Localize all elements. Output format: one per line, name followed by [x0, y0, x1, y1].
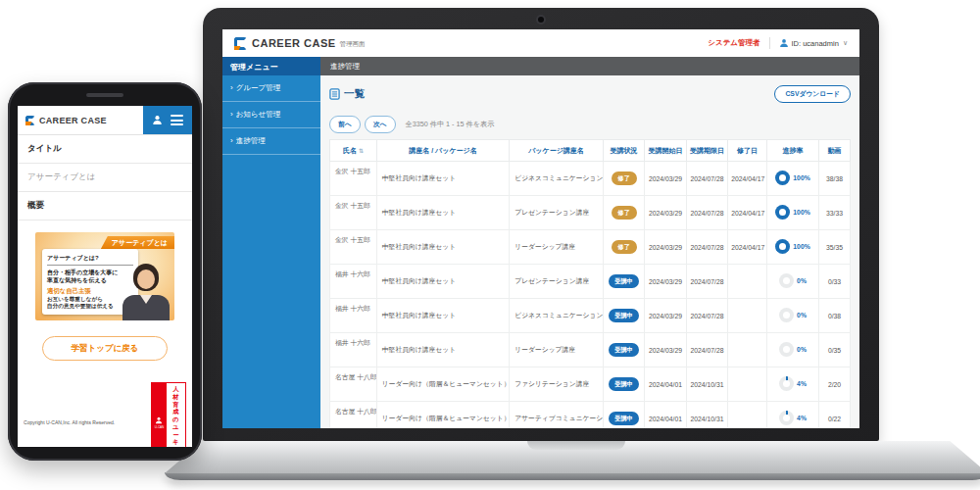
- progress-label: 0%: [797, 346, 807, 353]
- ucan-logo-text: 人材育成の ユーキャン: [167, 383, 185, 447]
- cell-finished-date: 2024/04/17: [728, 162, 767, 196]
- column-header[interactable]: 氏名⇅: [330, 140, 377, 162]
- sidebar: 管理メニュー ›グループ管理›お知らせ管理›進捗管理: [222, 57, 320, 428]
- progress-donut: [779, 308, 794, 322]
- account-icon[interactable]: [152, 115, 163, 125]
- cell-name: 名古屋 十八郎: [330, 368, 377, 402]
- progress-label: 100%: [793, 243, 809, 250]
- cell-name: 金沢 十五郎: [330, 230, 377, 265]
- cell-status: 受講中: [603, 402, 644, 429]
- user-id-label[interactable]: ID: ucanadmin: [792, 39, 839, 48]
- status-badge: 修了: [612, 240, 637, 254]
- laptop-base-edge: [165, 472, 980, 480]
- status-badge: 受講中: [609, 412, 639, 425]
- cell-package: リーダー向け（階層＆ヒューマンセット）: [376, 368, 509, 402]
- cell-progress: 100%: [766, 230, 818, 265]
- cell-videos: 0/33: [819, 265, 851, 299]
- copyright-text: Copyright U-CAN,Inc. All rights Reserved…: [24, 420, 115, 425]
- career-case-logo-icon: [234, 37, 247, 50]
- cell-course: ファシリテーション講座: [510, 368, 604, 402]
- sidebar-item-グループ管理[interactable]: ›グループ管理: [222, 75, 320, 102]
- table-body: 金沢 十五郎中堅社員向け講座セットビジネスコミュニケーション講座修了2024/0…: [330, 162, 851, 429]
- cell-start-date: 2024/03/29: [645, 230, 686, 265]
- cell-start-date: 2024/04/01: [645, 402, 686, 429]
- cell-name: 福井 十六郎: [330, 333, 377, 368]
- csv-download-button[interactable]: CSVダウンロード: [774, 85, 851, 103]
- cell-deadline-date: 2024/07/28: [686, 333, 727, 368]
- next-page-button[interactable]: 次へ: [365, 116, 396, 133]
- cell-package: 中堅社員向け講座セット: [376, 196, 509, 230]
- video-thumbnail[interactable]: アサーティブとは アサーティブとは? 自分・相手の立場を大事に 率直な気持ちを伝…: [35, 232, 174, 320]
- cell-start-date: 2024/04/01: [645, 368, 686, 402]
- cell-start-date: 2024/03/29: [645, 299, 686, 333]
- progress-donut: [775, 171, 790, 185]
- presenter-image: [121, 264, 172, 320]
- sort-icon[interactable]: ⇅: [359, 148, 364, 154]
- cell-deadline-date: 2024/07/28: [686, 230, 727, 265]
- presenter-face: [137, 270, 155, 289]
- cell-name: 福井 十六郎: [330, 299, 377, 333]
- cell-deadline-date: 2024/07/28: [686, 162, 727, 196]
- progress-label: 4%: [797, 380, 807, 387]
- cell-progress: 4%: [766, 402, 818, 429]
- column-header: パッケージ講座名: [510, 140, 604, 162]
- stage: CAREER CASE 管理画面 システム管理者 ID: ucanadmin ∨…: [0, 0, 980, 490]
- cell-progress: 4%: [766, 368, 818, 402]
- user-icon: [779, 38, 789, 48]
- chevron-right-icon: ›: [230, 137, 233, 145]
- webcam-icon: [538, 17, 544, 23]
- cell-status: 受講中: [603, 368, 644, 402]
- status-badge: 修了: [612, 172, 637, 185]
- back-to-learning-top-button[interactable]: 学習トップに戻る: [42, 336, 168, 361]
- table-row: 名古屋 十八郎リーダー向け（階層＆ヒューマンセット）ファシリテーション講座受講中…: [330, 368, 851, 402]
- cell-status: 受講中: [603, 333, 644, 368]
- cell-course: プレゼンテーション講座: [510, 196, 604, 230]
- cell-status: 修了: [603, 196, 644, 230]
- pagination: 前へ 次へ 全3350 件中 1 - 15 件を表示: [329, 116, 851, 133]
- video-ribbon: アサーティブとは: [101, 236, 174, 249]
- status-badge: 受講中: [609, 274, 639, 288]
- phone-speaker-icon: [86, 93, 123, 97]
- cell-finished-date: 2024/04/17: [728, 230, 767, 265]
- status-badge: 受講中: [609, 377, 639, 391]
- cell-package: リーダー向け（階層＆ヒューマンセット）: [376, 402, 509, 429]
- progress-donut: [779, 411, 794, 425]
- ucan-logo-icon: U-CAN: [152, 383, 167, 447]
- header-divider: [769, 37, 770, 49]
- cell-name: 名古屋 十八郎: [330, 402, 377, 429]
- cell-course: プレゼンテーション講座: [510, 265, 604, 299]
- ucan-mark-label: U-CAN: [154, 425, 164, 428]
- pagination-summary: 全3350 件中 1 - 15 件を表示: [406, 120, 495, 129]
- admin-app-window: CAREER CASE 管理画面 システム管理者 ID: ucanadmin ∨…: [222, 29, 859, 428]
- progress-label: 0%: [797, 312, 807, 318]
- cell-status: 受講中: [603, 265, 644, 299]
- chevron-down-icon[interactable]: ∨: [843, 39, 848, 47]
- cell-progress: 0%: [766, 299, 818, 333]
- prev-page-button[interactable]: 前へ: [329, 116, 361, 133]
- cell-finished-date: [728, 402, 767, 429]
- hamburger-menu-icon[interactable]: [171, 113, 183, 128]
- field-title-label: タイトル: [18, 135, 192, 164]
- progress-label: 0%: [797, 277, 807, 284]
- cell-name: 金沢 十五郎: [330, 162, 377, 196]
- field-overview-label: 概要: [18, 192, 192, 220]
- phone-footer: Copyright U-CAN,Inc. All rights Reserved…: [18, 382, 192, 447]
- progress-label: 4%: [797, 415, 807, 421]
- cell-deadline-date: 2024/07/28: [686, 196, 727, 230]
- sidebar-item-お知らせ管理[interactable]: ›お知らせ管理: [222, 102, 320, 128]
- column-header: 受講期限日: [686, 140, 727, 162]
- table-row: 名古屋 十八郎リーダー向け（階層＆ヒューマンセット）アサーティブコミュニケーショ…: [330, 402, 851, 429]
- presenter-suit: [122, 295, 170, 320]
- cell-videos: 38/38: [819, 162, 851, 196]
- cell-package: 中堅社員向け講座セット: [376, 299, 509, 333]
- cell-package: 中堅社員向け講座セット: [376, 265, 509, 299]
- sidebar-item-進捗管理[interactable]: ›進捗管理: [222, 128, 320, 155]
- breadcrumb: 進捗管理: [320, 57, 859, 75]
- cell-finished-date: 2024/04/17: [728, 196, 767, 230]
- app-logo-text: CAREER CASE: [252, 37, 336, 49]
- laptop-screen-bezel: CAREER CASE 管理画面 システム管理者 ID: ucanadmin ∨…: [203, 8, 879, 441]
- status-badge: 受講中: [609, 343, 639, 357]
- cell-start-date: 2024/03/29: [645, 162, 686, 196]
- cell-videos: 0/22: [819, 402, 851, 429]
- phone-app-header: CAREER CASE: [18, 106, 192, 135]
